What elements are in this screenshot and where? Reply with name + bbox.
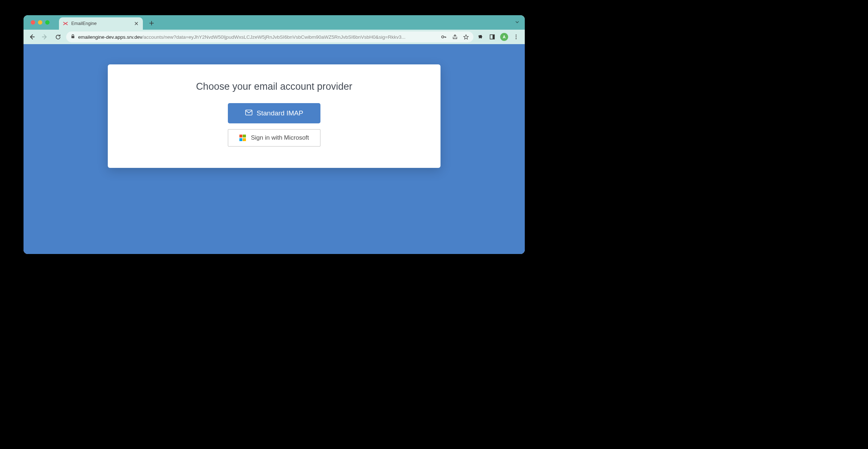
address-host: emailengine-dev.apps.srv.dev — [78, 34, 142, 40]
microsoft-logo-icon — [239, 135, 246, 141]
svg-point-6 — [516, 38, 517, 39]
browser-window: EmailEngine emailengine-dev.apps.srv — [24, 15, 525, 254]
kebab-menu-icon[interactable] — [512, 33, 520, 41]
nav-forward-button[interactable] — [40, 32, 50, 42]
window-maximize-button[interactable] — [45, 20, 50, 25]
new-tab-button[interactable] — [146, 18, 157, 28]
bookmark-star-icon[interactable] — [463, 34, 469, 40]
address-bar[interactable]: emailengine-dev.apps.srv.dev/accounts/ne… — [66, 31, 473, 42]
lock-icon — [71, 34, 75, 40]
svg-rect-3 — [493, 35, 494, 39]
extensions-area: A — [477, 33, 521, 41]
nav-reload-button[interactable] — [53, 32, 63, 42]
window-close-button[interactable] — [31, 20, 35, 25]
nav-back-button[interactable] — [27, 32, 37, 42]
key-icon[interactable] — [441, 34, 447, 40]
standard-imap-button[interactable]: Standard IMAP — [228, 103, 320, 123]
avatar-letter: A — [503, 35, 506, 39]
nav-bar: emailengine-dev.apps.srv.dev/accounts/ne… — [24, 30, 525, 44]
tab-favicon-icon — [63, 21, 68, 26]
svg-point-1 — [442, 36, 444, 38]
window-minimize-button[interactable] — [38, 20, 42, 25]
tab-title: EmailEngine — [71, 21, 131, 26]
provider-card: Choose your email account provider Stand… — [108, 64, 441, 168]
address-actions — [441, 34, 469, 40]
tabs-chevron-down-icon[interactable] — [515, 20, 520, 26]
svg-point-4 — [516, 35, 517, 36]
tab-close-button[interactable] — [133, 21, 139, 26]
microsoft-signin-button[interactable]: Sign in with Microsoft — [228, 129, 320, 147]
page-heading: Choose your email account provider — [196, 81, 352, 92]
share-icon[interactable] — [452, 34, 458, 40]
svg-rect-0 — [72, 36, 75, 38]
extensions-puzzle-icon[interactable] — [477, 33, 484, 41]
panel-icon[interactable] — [489, 33, 496, 41]
profile-avatar[interactable]: A — [500, 33, 508, 41]
address-path: /accounts/new?data=eyJhY2NvdW50IjpudWxsL… — [142, 34, 405, 40]
address-text: emailengine-dev.apps.srv.dev/accounts/ne… — [78, 34, 405, 40]
browser-tab[interactable]: EmailEngine — [59, 17, 143, 30]
tab-bar: EmailEngine — [24, 15, 525, 30]
envelope-icon — [245, 109, 252, 117]
window-controls — [28, 15, 52, 30]
standard-imap-label: Standard IMAP — [257, 109, 303, 117]
microsoft-signin-label: Sign in with Microsoft — [251, 134, 309, 141]
svg-point-5 — [516, 37, 517, 38]
page-content: Choose your email account provider Stand… — [24, 44, 525, 254]
